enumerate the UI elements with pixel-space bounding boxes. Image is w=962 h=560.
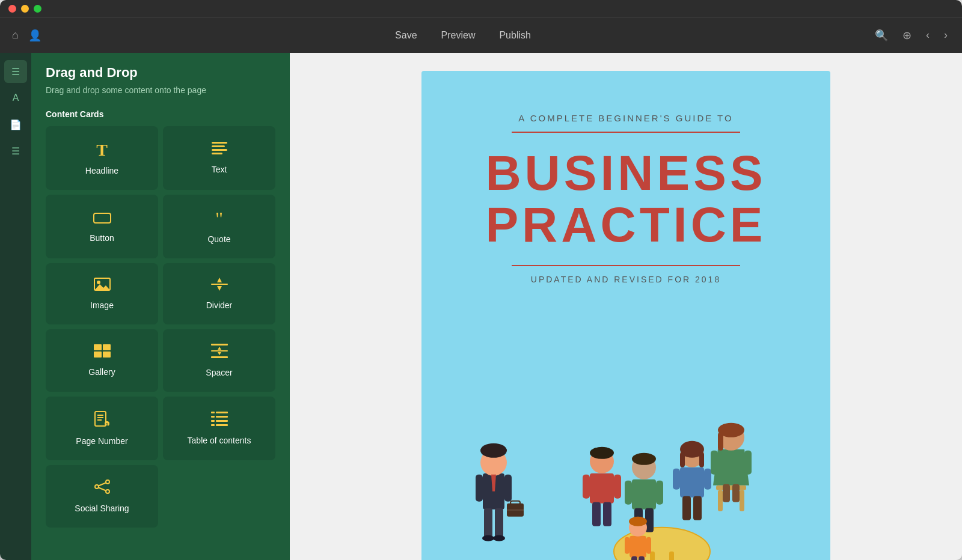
svg-rect-78 <box>704 469 711 490</box>
svg-rect-63 <box>592 502 601 526</box>
svg-rect-94 <box>625 537 630 554</box>
svg-point-93 <box>629 517 647 526</box>
card-spacer[interactable]: Spacer <box>163 329 275 392</box>
toc-label: Table of contents <box>188 436 251 445</box>
svg-marker-9 <box>217 278 222 282</box>
card-button[interactable]: Button <box>46 195 158 258</box>
app-body: ⌂ 👤 Save Preview Publish 🔍 ⊕ ‹ › ☰ <box>0 17 962 560</box>
svg-rect-88 <box>740 490 744 511</box>
svg-marker-19 <box>218 352 221 355</box>
svg-rect-84 <box>711 451 718 475</box>
gallery-label: Gallery <box>88 367 115 377</box>
card-image[interactable]: Image <box>46 263 158 324</box>
card-social-sharing[interactable]: Social Sharing <box>46 465 158 528</box>
card-headline[interactable]: T Headline <box>46 126 158 190</box>
card-divider[interactable]: Divider <box>163 263 275 324</box>
panel-subtitle: Drag and drop some content onto the page <box>46 85 275 95</box>
card-page-number[interactable]: 1 Page Number <box>46 397 158 460</box>
panel-header: Drag and Drop Drag and drop some content… <box>31 53 290 109</box>
svg-rect-45 <box>504 475 512 502</box>
social-card-icon <box>94 479 110 498</box>
svg-rect-0 <box>212 142 227 144</box>
titlebar <box>0 0 962 17</box>
svg-rect-62 <box>614 475 621 499</box>
svg-rect-79 <box>682 496 691 520</box>
page-canvas: A COMPLETE BEGINNER'S GUIDE TO BUSINESS … <box>421 71 830 560</box>
divider-card-icon <box>211 278 228 294</box>
svg-rect-2 <box>212 149 227 151</box>
sidebar-item-menu[interactable]: ☰ <box>4 60 27 83</box>
close-button[interactable] <box>8 5 16 13</box>
svg-rect-1 <box>212 145 225 147</box>
text-icon: A <box>13 93 19 103</box>
home-icon[interactable]: ⌂ <box>12 29 19 41</box>
svg-rect-87 <box>718 490 723 511</box>
canvas-title: BUSINESS PRACTICE <box>485 147 766 251</box>
svg-point-49 <box>493 535 505 541</box>
image-card-icon <box>94 278 111 294</box>
maximize-button[interactable] <box>34 5 41 13</box>
svg-marker-7 <box>94 284 110 290</box>
svg-rect-85 <box>744 451 752 475</box>
page-number-label: Page Number <box>76 436 127 446</box>
canvas-divider-top <box>512 132 740 133</box>
svg-rect-75 <box>680 452 685 467</box>
toc-card-icon <box>211 412 228 430</box>
svg-point-42 <box>480 443 507 458</box>
svg-rect-31 <box>216 420 228 422</box>
svg-rect-28 <box>211 416 215 418</box>
svg-rect-72 <box>680 467 704 498</box>
forward-icon[interactable]: › <box>942 26 950 44</box>
card-text[interactable]: Text <box>163 126 275 190</box>
nav-right: 🔍 ⊕ ‹ › <box>878 26 950 44</box>
svg-rect-89 <box>723 484 730 502</box>
nav-left: ⌂ 👤 <box>12 29 48 42</box>
svg-rect-32 <box>211 424 215 426</box>
sidebar-item-text[interactable]: A <box>4 87 27 109</box>
search-icon[interactable]: 🔍 <box>872 26 890 44</box>
text-card-icon <box>212 142 227 159</box>
svg-rect-83 <box>718 433 723 451</box>
quote-card-icon: " <box>215 209 223 228</box>
back-icon[interactable]: ‹ <box>924 26 932 44</box>
svg-point-48 <box>482 535 494 541</box>
svg-rect-29 <box>216 416 228 418</box>
svg-rect-27 <box>216 412 228 413</box>
svg-rect-13 <box>94 352 102 358</box>
spacer-card-icon <box>211 344 228 362</box>
sidebar-item-list[interactable]: ☰ <box>4 139 27 162</box>
svg-rect-58 <box>590 473 614 504</box>
save-link[interactable]: Save <box>395 30 417 41</box>
publish-link[interactable]: Publish <box>499 30 530 41</box>
svg-rect-26 <box>211 412 215 413</box>
canvas-subtitle: UPDATED AND REVISED FOR 2018 <box>531 275 721 284</box>
svg-point-34 <box>106 480 109 484</box>
svg-rect-47 <box>495 508 503 538</box>
zoom-in-icon[interactable]: ⊕ <box>900 26 914 44</box>
card-gallery[interactable]: Gallery <box>46 329 158 392</box>
svg-rect-14 <box>103 352 111 358</box>
quote-label: Quote <box>207 234 230 244</box>
headline-label: Headline <box>85 166 118 175</box>
card-table-of-contents[interactable]: Table of contents <box>163 397 275 460</box>
svg-rect-11 <box>94 344 102 350</box>
spacer-label: Spacer <box>206 368 232 377</box>
svg-line-38 <box>99 488 106 491</box>
svg-point-67 <box>632 453 656 465</box>
user-icon[interactable]: 👤 <box>28 29 41 42</box>
canvas-title-line1: BUSINESS <box>485 145 766 200</box>
nav-center: Save Preview Publish <box>48 30 878 41</box>
minimize-button[interactable] <box>21 5 29 13</box>
sidebar-item-doc[interactable]: 📄 <box>4 113 27 136</box>
canvas-title-line2: PRACTICE <box>485 197 766 252</box>
preview-link[interactable]: Preview <box>441 30 476 41</box>
svg-rect-76 <box>699 452 704 467</box>
svg-rect-44 <box>476 475 483 502</box>
content-area[interactable]: A COMPLETE BEGINNER'S GUIDE TO BUSINESS … <box>290 53 962 560</box>
canvas-top-text: A COMPLETE BEGINNER'S GUIDE TO <box>518 113 733 123</box>
svg-rect-90 <box>732 484 740 502</box>
button-label: Button <box>90 233 114 243</box>
gallery-card-icon <box>94 344 111 361</box>
svg-rect-97 <box>639 556 645 560</box>
card-quote[interactable]: " Quote <box>163 195 275 258</box>
